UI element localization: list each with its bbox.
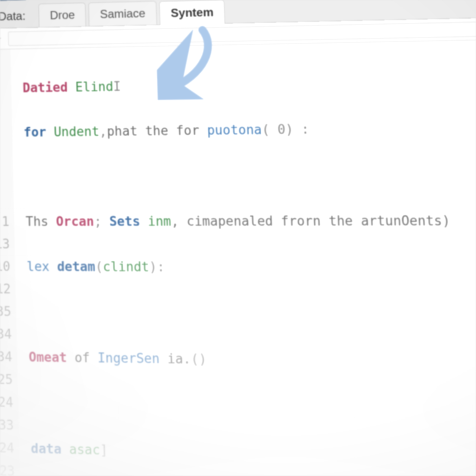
tab-label: Samiace bbox=[100, 7, 145, 20]
code-editor[interactable]: 113 101235 343425 243324 231515 Datied E… bbox=[0, 38, 476, 476]
code-area[interactable]: Datied ElindI for Undent,phat the for pu… bbox=[10, 41, 475, 476]
tab-label: Syntem bbox=[171, 6, 214, 20]
tab-samiace[interactable]: Samiace bbox=[88, 1, 157, 26]
tab-syntem[interactable]: Syntem bbox=[159, 0, 225, 25]
tab-prefix-label: Data: bbox=[0, 4, 36, 28]
app-window: Valdanic) Data: Droe Samiace Syntem ☆ bbox=[0, 0, 476, 476]
tab-droe[interactable]: Droe bbox=[39, 3, 86, 27]
star-icon[interactable]: ☆ bbox=[0, 33, 2, 45]
tab-label: Droe bbox=[50, 8, 75, 22]
